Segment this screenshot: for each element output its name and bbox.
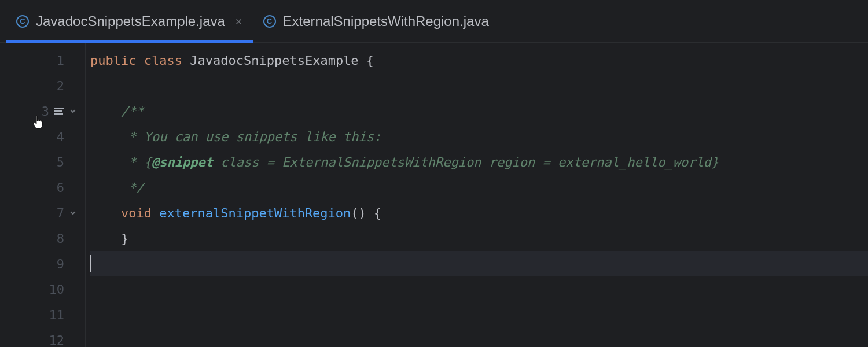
line-number: 1	[48, 53, 64, 68]
gutter-row[interactable]: 3	[0, 98, 85, 124]
code-token: class = ExternalSnippetsWithRegion regio…	[213, 155, 719, 169]
code-token: }	[90, 231, 128, 246]
code-token: class	[144, 53, 182, 68]
line-number: 5	[48, 155, 64, 169]
code-token: /**	[90, 104, 144, 119]
gutter-row[interactable]: 8	[0, 226, 85, 251]
fold-chevron-icon[interactable]	[69, 207, 79, 219]
code-line[interactable]	[90, 302, 868, 327]
code-token: * {	[90, 155, 152, 169]
line-number: 11	[48, 308, 64, 322]
code-line[interactable]: void externalSnippetWithRegion() {	[90, 200, 868, 226]
code-token: externalSnippetWithRegion	[159, 206, 351, 220]
code-line[interactable]	[90, 327, 868, 347]
fold-chevron-icon[interactable]	[69, 105, 79, 117]
code-line[interactable]: */	[90, 175, 868, 200]
class-icon: C	[16, 15, 29, 28]
gutter-row[interactable]: 5	[0, 149, 85, 175]
line-number: 6	[48, 180, 64, 195]
tab-externalsnippets[interactable]: C ExternalSnippetsWithRegion.java	[253, 0, 499, 42]
gutter-row[interactable]: 4	[0, 124, 85, 149]
code-token: {	[359, 53, 374, 68]
code-token: * You can use snippets like this:	[90, 130, 381, 144]
line-number: 10	[48, 282, 64, 297]
code-line[interactable]	[90, 73, 868, 98]
tab-bar: C JavadocSnippetsExample.java × C Extern…	[0, 0, 868, 43]
code-token	[90, 206, 121, 220]
code-token	[136, 53, 144, 68]
code-line[interactable]: * {@snippet class = ExternalSnippetsWith…	[90, 149, 868, 175]
line-number: 12	[48, 333, 64, 348]
editor: 123456789101112 public class JavadocSnip…	[0, 43, 868, 347]
line-number: 4	[48, 130, 64, 144]
code-area[interactable]: public class JavadocSnippetsExample { /*…	[86, 43, 868, 347]
code-token: () {	[351, 206, 381, 220]
code-token: */	[90, 180, 144, 195]
tab-javadocsnippets[interactable]: C JavadocSnippetsExample.java ×	[6, 0, 253, 42]
text-caret	[90, 255, 91, 272]
line-number: 3	[33, 104, 49, 119]
code-line[interactable]	[90, 251, 868, 276]
code-token	[152, 206, 159, 220]
line-number: 7	[48, 206, 64, 220]
rendered-view-icon[interactable]	[54, 107, 64, 115]
gutter: 123456789101112	[0, 43, 86, 347]
code-token: public	[90, 53, 136, 68]
code-token	[182, 53, 190, 68]
close-icon[interactable]: ×	[236, 16, 242, 27]
line-number: 8	[48, 231, 64, 246]
gutter-row[interactable]: 9	[0, 251, 85, 276]
code-token: @snippet	[152, 155, 213, 169]
gutter-row[interactable]: 11	[0, 302, 85, 327]
code-token: void	[121, 206, 152, 220]
gutter-row[interactable]: 10	[0, 276, 85, 302]
tab-label: JavadocSnippetsExample.java	[36, 13, 225, 29]
gutter-row[interactable]: 7	[0, 200, 85, 226]
gutter-row[interactable]: 1	[0, 47, 85, 73]
gutter-row[interactable]: 2	[0, 73, 85, 98]
code-token: JavadocSnippetsExample	[190, 53, 358, 68]
code-line[interactable]	[90, 276, 868, 302]
line-number: 9	[48, 257, 64, 271]
class-icon: C	[263, 15, 276, 28]
gutter-row[interactable]: 12	[0, 327, 85, 347]
tab-label: ExternalSnippetsWithRegion.java	[283, 13, 489, 29]
code-line[interactable]: /**	[90, 98, 868, 124]
code-line[interactable]: public class JavadocSnippetsExample {	[90, 47, 868, 73]
gutter-row[interactable]: 6	[0, 175, 85, 200]
code-line[interactable]: }	[90, 226, 868, 251]
code-line[interactable]: * You can use snippets like this:	[90, 124, 868, 149]
line-number: 2	[48, 79, 64, 93]
